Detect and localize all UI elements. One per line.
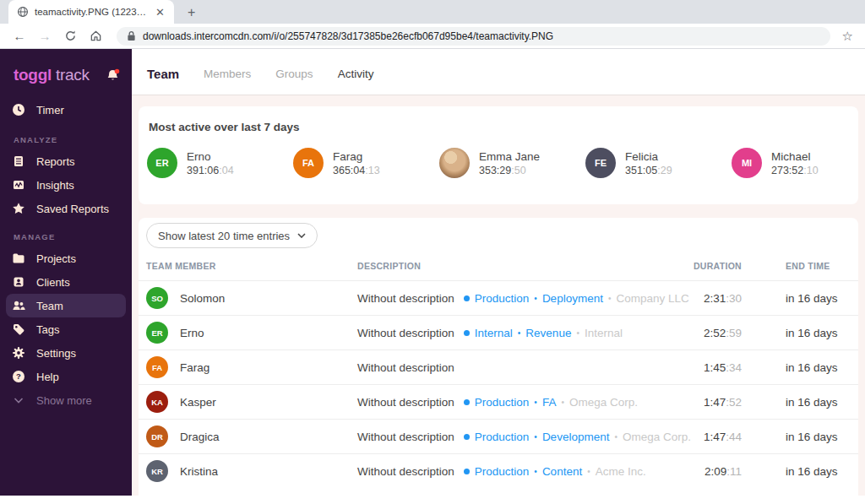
person-name: Emma Jane [479, 150, 540, 163]
sidebar-item-settings[interactable]: Settings [0, 341, 132, 365]
header-team-member: TEAM MEMBER [146, 261, 357, 271]
duration-cell: 1:47:44 [686, 431, 742, 443]
header-duration: DURATION [686, 261, 742, 271]
person-name: Michael [771, 150, 819, 163]
duration-cell: 2:31:30 [686, 292, 742, 305]
duration-cell: 2:52:59 [686, 327, 742, 339]
bookmark-star-icon[interactable]: ☆ [839, 29, 857, 44]
person-name: Farag [333, 150, 380, 163]
avatar: MI [732, 148, 762, 178]
address-bar[interactable]: downloads.intercomcdn.com/i/o/255747828/… [117, 27, 830, 46]
top-navigation: Team Members Groups Activity [132, 49, 865, 95]
sidebar-item-clients[interactable]: Clients [0, 270, 132, 294]
member-name: Erno [180, 327, 204, 339]
sidebar-item-team[interactable]: Team [6, 294, 126, 317]
sidebar-item-timer[interactable]: Timer [0, 98, 132, 122]
folder-icon [12, 252, 25, 265]
task-link[interactable]: FA [542, 396, 557, 409]
globe-favicon-icon [17, 6, 29, 18]
page: toggl track Timer ANALYZE Reports Insigh… [0, 49, 865, 496]
reload-button[interactable] [59, 26, 81, 46]
duration-cell: 1:45:34 [686, 361, 742, 374]
project-link[interactable]: Production [475, 431, 530, 443]
project-color-dot [464, 295, 470, 301]
table-row[interactable]: KRKristina Without descriptionProduction… [139, 453, 858, 488]
project-color-dot [464, 469, 470, 474]
client-label: Internal [585, 327, 623, 339]
end-time-cell: in 16 days [786, 396, 853, 409]
person-name: Felicia [625, 150, 672, 163]
most-active-person: ER Erno 391:06:04 [147, 148, 293, 178]
help-icon: ? [12, 370, 25, 383]
back-button[interactable]: ← [8, 26, 30, 46]
tab-activity[interactable]: Activity [338, 68, 374, 80]
project-color-dot [464, 434, 470, 440]
task-separator-dot: • [534, 294, 537, 303]
client-label: Omega Corp. [569, 396, 638, 409]
sidebar-item-insights[interactable]: Insights [0, 173, 132, 197]
client-label: Omega Corp. [623, 431, 691, 443]
toggl-logo[interactable]: toggl track [14, 66, 90, 84]
entries-filter-dropdown[interactable]: Show latest 20 time entries [146, 223, 318, 248]
task-separator-dot: • [518, 328, 521, 338]
url-text: downloads.intercomcdn.com/i/o/255747828/… [143, 30, 553, 42]
sidebar-item-tags[interactable]: Tags [0, 317, 132, 341]
task-link[interactable]: Revenue [525, 327, 571, 339]
browser-tab[interactable]: teamactivity.PNG (1223×630) ✕ [8, 0, 174, 24]
avatar-photo [439, 148, 470, 178]
client-card-icon [12, 275, 25, 289]
home-button[interactable] [84, 26, 106, 46]
avatar: FA [293, 148, 324, 178]
sidebar-item-show-more[interactable]: Show more [0, 388, 132, 412]
sidebar-item-help[interactable]: ? Help [0, 365, 132, 388]
most-active-person: MI Michael 273:52:10 [732, 148, 865, 178]
clock-icon [12, 103, 25, 117]
avatar: ER [147, 148, 177, 178]
person-name: Erno [187, 150, 234, 163]
task-separator-dot: • [534, 467, 537, 476]
sidebar-section-analyze: ANALYZE [0, 135, 132, 144]
table-header: TEAM MEMBER DESCRIPTION DURATION END TIM… [139, 248, 858, 280]
tab-close-icon[interactable]: ✕ [153, 6, 167, 19]
project-color-dot [464, 330, 470, 336]
end-time-cell: in 16 days [786, 361, 853, 374]
team-people-icon [12, 299, 25, 312]
task-link[interactable]: Development [542, 431, 610, 443]
task-link[interactable]: Deployment [542, 292, 603, 305]
project-link[interactable]: Production [475, 396, 530, 409]
client-label: Acme Inc. [596, 465, 646, 478]
bell-icon[interactable] [106, 68, 120, 83]
table-row[interactable]: FAFarag Without description 1:45:34 in 1… [139, 350, 858, 384]
tab-groups[interactable]: Groups [275, 68, 313, 80]
task-separator-dot: • [534, 432, 537, 442]
sidebar: toggl track Timer ANALYZE Reports Insigh… [0, 49, 132, 496]
sidebar-item-saved-reports[interactable]: Saved Reports [0, 197, 132, 220]
tab-members[interactable]: Members [204, 68, 251, 80]
description-text: Without description [357, 465, 454, 478]
table-row[interactable]: ERErno Without descriptionInternal•Reven… [139, 315, 858, 350]
table-row[interactable]: SOSolomon Without descriptionProduction•… [139, 280, 858, 315]
table-row[interactable]: DRDragica Without descriptionProduction•… [139, 419, 858, 453]
project-link[interactable]: Production [475, 465, 530, 478]
avatar: DR [146, 425, 168, 447]
tag-icon [12, 322, 25, 336]
table-row[interactable]: KAKasper Without descriptionProduction•F… [139, 384, 858, 419]
end-time-cell: in 16 days [786, 292, 853, 305]
sidebar-section-manage: MANAGE [0, 232, 132, 241]
project-link[interactable]: Production [475, 292, 530, 305]
most-active-person: Emma Jane 353:29:50 [439, 148, 585, 178]
avatar: ER [146, 322, 168, 344]
project-link[interactable]: Internal [475, 327, 513, 339]
most-active-list: ER Erno 391:06:04 FA Farag 365:04:13 Emm… [147, 148, 850, 178]
task-link[interactable]: Content [542, 465, 582, 478]
browser-toolbar: ← → downloads.intercomcdn.com/i/o/255747… [0, 24, 865, 49]
member-name: Kristina [180, 465, 218, 478]
client-separator-dot: • [608, 294, 612, 303]
sidebar-item-reports[interactable]: Reports [0, 149, 132, 173]
new-tab-button[interactable]: + [182, 5, 200, 24]
sidebar-item-projects[interactable]: Projects [0, 247, 132, 270]
forward-button[interactable]: → [34, 26, 56, 46]
person-time: 351:05:29 [625, 165, 672, 176]
person-time: 365:04:13 [333, 165, 380, 176]
client-separator-dot: • [587, 467, 590, 476]
